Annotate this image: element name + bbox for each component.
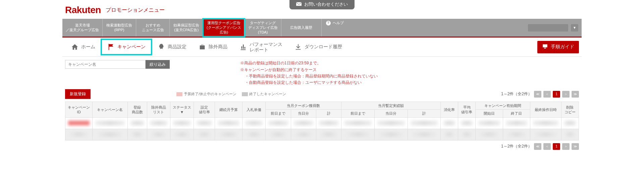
col-coupon-total[interactable]: 計 [316,110,341,117]
tab-product-settings[interactable]: 商品設定 [152,39,193,55]
pager-first[interactable]: ≪ [534,91,541,98]
tab-campaign[interactable]: キャンペーン [101,39,152,55]
pager-top: 1～2件（全2件） ≪ ＜ 1 ＞ ≫ [501,91,579,98]
col-budget[interactable]: 継続月予算 [215,102,242,118]
col-rate[interactable]: 消化率 [441,102,458,118]
tab-exclude-products[interactable]: 除外商品 [193,39,233,55]
gnav-help[interactable]: ?ヘルプ [321,19,348,37]
pager-bottom: 1～2件（全2件） ≪ ＜ 1 ＞ ≫ [501,143,579,150]
download-icon [294,43,302,51]
gnav-tda[interactable]: ターゲティングディスプレイ広告(TDA) [245,19,281,37]
contact-label: お問い合わせください [304,1,348,7]
gnav-rakuten-ichiba[interactable]: 楽天市場／楽天グループ広告 [62,19,102,37]
table-row[interactable] [65,129,579,140]
col-coupon-today[interactable]: 当日分 [291,110,316,117]
gnav-rpp[interactable]: 検索連動型広告(RPP) [102,19,136,37]
col-reg[interactable]: 登録 商品数 [127,102,147,118]
mail-icon [296,2,302,7]
legend: 予算終了/休止中のキャンペーン 終了したキャンペーン [176,92,286,97]
page-title: プロモーションメニュー [106,7,165,14]
col-group-coupon: 当月クーポン獲得数 [266,102,341,110]
legend-swatch-paused [176,92,182,96]
briefcase-icon [199,43,206,51]
col-lastop[interactable]: 最終操作日時 [530,102,561,118]
pager-prev[interactable]: ＜ [543,143,551,150]
new-register-button[interactable]: 新規登録 [65,89,91,99]
pager-page-1[interactable]: 1 [553,143,560,150]
col-amount-total[interactable]: 計 [408,110,441,117]
col-disc[interactable]: 設定 値引率 [194,102,215,118]
tab-home[interactable]: ホーム [65,39,101,55]
col-bid[interactable]: 入札単価 [242,102,266,118]
notes: ※商品の登録は開始日の1日前の23:59まで。 ※キャンペーンが自動的に終了する… [240,60,378,86]
chart-icon [239,43,247,51]
col-coupon-prev[interactable]: 前日まで [266,110,291,117]
campaign-table: キャンペーン ID キャンペーン名 登録 商品数 除外商品 リスト ステータス … [65,102,579,140]
filter-button[interactable]: 絞り込み [146,60,170,69]
flag-icon [107,43,115,51]
col-group-period: キャンペーン有効期間 [476,102,530,110]
rocket-icon [158,43,165,51]
table-row[interactable] [65,117,579,129]
pager-last[interactable]: ≫ [572,143,579,150]
account-dropdown[interactable]: ▼ [571,24,578,32]
col-excl[interactable]: 除外商品 リスト [147,102,170,118]
guide-button[interactable]: 手順ガイド [537,41,579,53]
search-bar: 絞り込み [65,60,170,69]
presentation-icon [542,44,548,51]
campaign-name-input[interactable] [65,60,146,69]
gnav-coupon-advance[interactable]: 運用型クーポン広告(クーポンアドバンス広告) [203,19,245,37]
col-status[interactable]: ステータス ▼ [170,102,194,118]
home-icon [71,43,78,51]
tab-performance-report[interactable]: パフォーマンスレポート [233,38,288,56]
pager-text: 1～2件（全2件） [501,143,532,149]
col-end[interactable]: 終了日 [503,110,530,117]
tab-download-history[interactable]: ダウンロード履歴 [288,39,348,55]
gnav-cpa[interactable]: 効果保証型広告(楽天CPA広告) [169,19,203,37]
logo: Rakuten [65,5,101,15]
help-icon: ? [326,21,331,25]
account-label [528,24,568,32]
col-id[interactable]: キャンペーン ID [65,102,93,118]
gnav-news-ad[interactable]: おすすめニュース広告 [136,19,169,37]
pager-next[interactable]: ＞ [562,143,570,150]
col-name[interactable]: キャンペーン名 [93,102,127,118]
sub-nav: ホーム キャンペーン 商品設定 除外商品 パフォーマンスレポート ダウンロード履… [62,38,582,57]
contact-banner[interactable]: お問い合わせください [289,0,355,9]
legend-swatch-ended [242,92,248,96]
col-delcopy[interactable]: 削除 コピー [561,102,579,118]
col-amount-prev[interactable]: 前日まで [341,110,375,117]
pager-first[interactable]: ≪ [534,143,541,150]
pager-text: 1～2件（全2件） [501,91,532,97]
pager-next[interactable]: ＞ [562,91,570,98]
global-nav: 楽天市場／楽天グループ広告 検索連動型広告(RPP) おすすめニュース広告 効果… [62,19,582,38]
gnav-purchase-history[interactable]: 広告購入履歴 [281,19,321,37]
col-start[interactable]: 開始日 [476,110,503,117]
pager-prev[interactable]: ＜ [543,91,551,98]
pager-page-1[interactable]: 1 [553,91,560,98]
col-group-amount: 当月暫定実績額 [341,102,441,110]
col-avgdisc[interactable]: 平均 値引率 [458,102,476,118]
col-amount-today[interactable]: 当日分 [374,110,408,117]
pager-last[interactable]: ≫ [572,91,579,98]
